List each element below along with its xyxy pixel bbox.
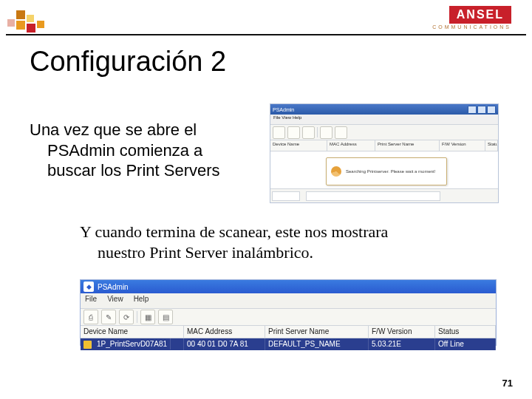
- toolbar-icon: [302, 126, 315, 139]
- col-mac: MAC Address: [327, 140, 375, 151]
- screenshot-psadmin-searching: PSAdmin File View Help Device Name MAC A…: [270, 103, 499, 203]
- toolbar: ⎙ ✎ ⟳ ▦ ▤: [81, 309, 496, 326]
- para2-rest: nuestro Print Server inalámbrico.: [80, 242, 494, 263]
- menubar: File View Help: [270, 115, 498, 125]
- window-buttons: [468, 106, 496, 114]
- device-icon: [83, 341, 92, 349]
- cell-psname: DEFAULT_PS_NAME: [265, 338, 369, 350]
- window-titlebar: PSAdmin: [270, 104, 498, 115]
- dialog-text: Searching Printserver. Please wait a mom…: [346, 169, 435, 174]
- separator: [137, 311, 137, 323]
- toolbar-icon: [320, 126, 332, 139]
- horizontal-rule: [6, 34, 526, 35]
- toolbar-icon: [273, 126, 285, 139]
- brand-name: ANSEL: [449, 6, 511, 24]
- col-fw: F/W Version: [440, 140, 485, 151]
- menu-help[interactable]: Help: [134, 295, 149, 307]
- menubar: File View Help: [81, 293, 496, 309]
- col-mac: MAC Address: [184, 326, 265, 338]
- separator: [317, 127, 318, 137]
- app-icon: ◆: [83, 282, 94, 292]
- column-headers: Device Name MAC Address Print Server Nam…: [81, 326, 496, 338]
- brand-logo: ANSEL COMMUNICATIONS: [432, 6, 511, 30]
- cell-mac: 00 40 01 D0 7A 81: [184, 338, 265, 350]
- toolbar-icon[interactable]: ⟳: [119, 310, 134, 324]
- col-psname: Print Server Name: [265, 326, 369, 338]
- toolbar-icon[interactable]: ▦: [140, 310, 155, 324]
- para1-line1: Una vez que se abre el: [30, 120, 197, 139]
- para1-rest: PSAdmin comienza a buscar los Print Serv…: [30, 140, 244, 181]
- cell-fw: 5.03.21E: [369, 338, 435, 350]
- toolbar-icon[interactable]: ⎙: [83, 310, 98, 324]
- cell-device: 1P_PrintServD07A81: [81, 338, 184, 350]
- window-titlebar: ◆ PSAdmin: [81, 280, 496, 293]
- window-title: PSAdmin: [98, 283, 129, 291]
- statusbar: [270, 188, 498, 202]
- col-psname: Print Server Name: [375, 140, 440, 151]
- cell-status: Off Line: [435, 338, 496, 350]
- page-title: Configuración 2: [30, 46, 226, 78]
- col-status: Status: [485, 140, 498, 151]
- col-fw: F/W Version: [369, 326, 435, 338]
- toolbar-icon[interactable]: ✎: [101, 310, 116, 324]
- toolbar-icon: [287, 126, 300, 139]
- brand-subtitle: COMMUNICATIONS: [432, 24, 511, 30]
- page-number: 71: [502, 378, 513, 389]
- paragraph-2: Y cuando termina de scanear, este nos mo…: [80, 222, 494, 262]
- col-status: Status: [435, 326, 496, 338]
- menu-file[interactable]: File: [85, 295, 97, 307]
- toolbar-icon[interactable]: ▤: [158, 310, 173, 324]
- gear-icon: [331, 166, 341, 177]
- col-device: Device Name: [81, 326, 184, 338]
- toolbar-icon: [335, 126, 347, 139]
- searching-dialog: Searching Printserver. Please wait a mom…: [326, 157, 447, 185]
- screenshot-psadmin-result: ◆ PSAdmin File View Help ⎙ ✎ ⟳ ▦ ▤ Devic…: [80, 279, 497, 346]
- column-headers: Device Name MAC Address Print Server Nam…: [270, 140, 498, 151]
- toolbar: [270, 125, 498, 140]
- list-body: Searching Printserver. Please wait a mom…: [270, 151, 498, 191]
- table-row[interactable]: 1P_PrintServD07A81 00 40 01 D0 7A 81 DEF…: [81, 338, 496, 350]
- para2-line1: Y cuando termina de scanear, este nos mo…: [80, 222, 388, 241]
- window-title: PSAdmin: [273, 107, 294, 112]
- paragraph-1: Una vez que se abre el PSAdmin comienza …: [30, 120, 244, 181]
- menu-view[interactable]: View: [107, 295, 123, 307]
- col-device: Device Name: [270, 140, 327, 151]
